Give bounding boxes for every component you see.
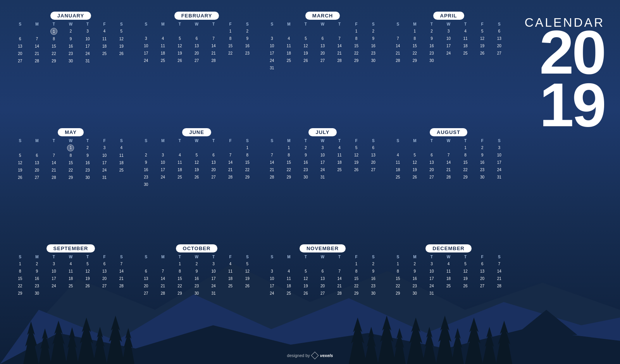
day-cell: 11 — [96, 35, 113, 43]
day-header: T — [205, 138, 222, 143]
day-header: S — [491, 22, 508, 27]
day-cell: 26 — [348, 166, 365, 173]
day-cell: 10 — [314, 151, 331, 159]
day-cell: 10 — [155, 159, 172, 166]
day-cell: 3 — [155, 151, 172, 159]
day-cell: 23 — [423, 50, 440, 57]
empty-day: . — [423, 144, 440, 151]
day-cell: 6 — [491, 27, 508, 35]
day-cell: 7 — [440, 151, 457, 159]
day-header: W — [62, 254, 79, 259]
day-cell: 10 — [264, 275, 281, 282]
day-header: M — [29, 254, 46, 259]
day-cell: 22 — [389, 282, 406, 290]
day-header: S — [239, 22, 256, 27]
footer: designed by vexels — [287, 353, 333, 358]
day-cell: 22 — [45, 50, 62, 57]
day-cell: 27 — [423, 173, 440, 181]
month-title-october: OCTOBER — [176, 244, 218, 252]
empty-day: . — [264, 144, 281, 151]
day-cell: 29 — [62, 174, 79, 181]
day-header: T — [457, 254, 474, 259]
empty-day: . — [281, 260, 298, 268]
day-cell: 7 — [45, 152, 62, 159]
day-header: T — [297, 138, 314, 143]
day-cell: 5 — [406, 151, 424, 159]
day-cell: 16 — [62, 43, 79, 50]
day-cell: 15 — [222, 42, 239, 50]
brand-name: vexels — [320, 353, 333, 358]
day-cell: 3 — [138, 35, 155, 42]
day-header: W — [314, 138, 331, 143]
day-cell: 11 — [457, 35, 474, 42]
day-cell: 22 — [348, 50, 365, 57]
day-cell: 23 — [79, 167, 96, 174]
day-cell: 12 — [297, 42, 314, 50]
day-cell: 21 — [264, 166, 281, 173]
year-panel: CALENDAR 20 19 — [508, 12, 608, 356]
day-cell: 21 — [331, 282, 348, 290]
day-cell: 31 — [96, 174, 113, 181]
day-cell: 11 — [171, 159, 188, 166]
day-header: T — [45, 138, 62, 143]
day-header: M — [155, 138, 172, 143]
day-header: W — [440, 254, 457, 259]
day-header: F — [96, 138, 113, 143]
day-header: S — [389, 138, 406, 143]
day-header: W — [440, 22, 457, 27]
day-cell: 12 — [474, 35, 491, 42]
day-cell: 25 — [389, 173, 406, 181]
empty-day: . — [45, 144, 62, 152]
day-cell: 28 — [331, 57, 348, 64]
day-cell: 1 — [239, 144, 256, 151]
day-cell: 18 — [222, 275, 239, 282]
day-header: S — [113, 138, 130, 143]
day-cell: 19 — [406, 166, 424, 173]
empty-day: . — [12, 144, 29, 152]
day-cell: 23 — [188, 282, 205, 290]
day-cell: 13 — [205, 159, 222, 166]
day-cell: 20 — [29, 167, 46, 174]
day-header: S — [365, 254, 382, 259]
day-cell: 18 — [457, 42, 474, 50]
day-cell: 10 — [96, 152, 113, 159]
day-cell: 30 — [474, 173, 491, 181]
day-header: S — [264, 22, 281, 27]
day-cell: 30 — [365, 57, 382, 64]
day-cell: 25 — [440, 282, 457, 290]
day-header: M — [155, 22, 172, 27]
day-cell: 12 — [188, 159, 205, 166]
day-header: T — [171, 138, 188, 143]
month-block-february: FEBRUARYSMTWTFS.....12345678910111213141… — [138, 12, 256, 124]
month-title-december: DECEMBER — [425, 244, 471, 252]
day-cell: 1 — [67, 144, 74, 151]
day-header: M — [29, 22, 46, 27]
day-cell: 2 — [474, 144, 491, 151]
day-header: F — [348, 138, 365, 143]
day-cell: 9 — [474, 151, 491, 159]
day-header: W — [314, 22, 331, 27]
day-cell: 1 — [457, 144, 474, 151]
day-cell: 19 — [239, 275, 256, 282]
day-cell: 7 — [491, 260, 508, 268]
day-cell: 24 — [491, 166, 508, 173]
month-block-august: AUGUSTSMTWTFS....12345678910111213141516… — [389, 128, 508, 240]
day-cell: 7 — [205, 35, 222, 42]
day-cell: 20 — [314, 282, 331, 290]
day-cell: 14 — [264, 159, 281, 166]
day-cell: 18 — [281, 282, 298, 290]
day-cell: 24 — [423, 282, 440, 290]
day-cell: 5 — [188, 151, 205, 159]
day-cell: 6 — [205, 151, 222, 159]
month-block-april: APRILSMTWTFS.123456789101112131415161718… — [389, 12, 508, 124]
day-header: W — [62, 138, 79, 143]
day-cell: 11 — [440, 268, 457, 275]
day-cell: 15 — [348, 275, 365, 282]
day-cell: 9 — [79, 152, 96, 159]
day-cell: 12 — [348, 151, 365, 159]
day-cell: 21 — [491, 275, 508, 282]
day-cell: 27 — [188, 57, 205, 64]
day-cell: 23 — [297, 166, 314, 173]
day-header: S — [12, 254, 29, 259]
day-cell: 20 — [423, 166, 440, 173]
